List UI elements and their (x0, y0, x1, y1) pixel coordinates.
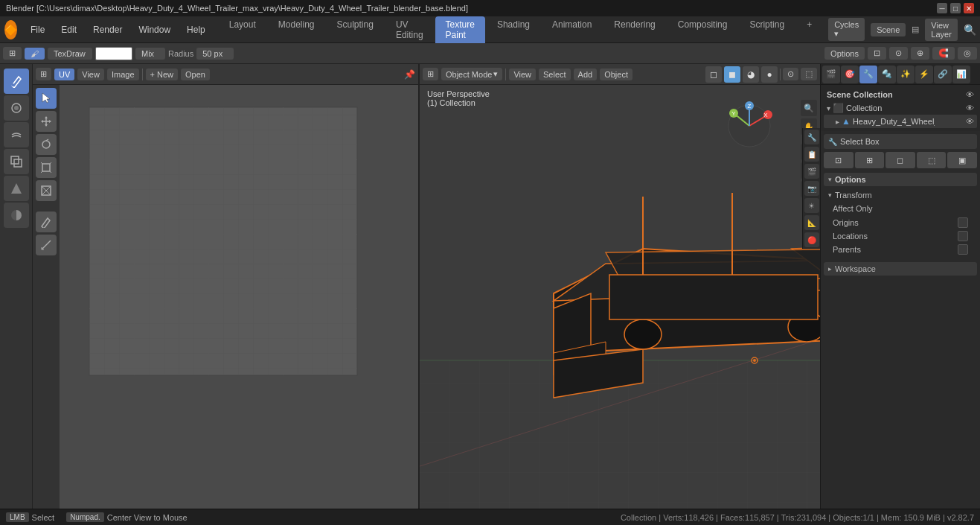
tab-layout[interactable]: Layout (219, 16, 266, 43)
xray-toggle[interactable]: ⬚ (801, 68, 817, 80)
view-layer-name[interactable]: View Layer (925, 19, 958, 41)
tab-sculpting[interactable]: Sculpting (327, 16, 384, 43)
menu-render[interactable]: Render (86, 22, 129, 37)
uv-image-menu[interactable]: Image (107, 69, 139, 80)
origins-checkbox[interactable] (958, 217, 968, 228)
solid-shading-icon[interactable]: ◼ (724, 66, 740, 83)
menu-help[interactable]: Help (179, 22, 213, 37)
options-header[interactable]: ▾ Options (824, 173, 977, 186)
menu-edit[interactable]: Edit (54, 22, 84, 37)
tab-data-icon[interactable]: 📊 (952, 66, 970, 83)
collection-eye[interactable]: 👁 (966, 104, 974, 112)
maximize-button[interactable]: □ (950, 3, 961, 13)
vert-icon-7[interactable]: 🔴 (804, 232, 819, 247)
uv-draw-tool[interactable] (36, 211, 57, 232)
uv-select-mode[interactable]: UV (54, 69, 74, 80)
tab-scripting[interactable]: Scripting (739, 16, 795, 43)
uv-open-button[interactable]: Open (181, 69, 210, 80)
tab-texture-paint[interactable]: Texture Paint (435, 16, 485, 43)
overlay-icon[interactable]: ⊙ (889, 47, 908, 60)
viewport-type-button[interactable]: ⊞ (3, 47, 22, 60)
uv-rotate-tool[interactable] (36, 134, 57, 155)
radius-value[interactable]: 50 px (196, 48, 234, 60)
tab-particles-icon[interactable]: ✨ (897, 66, 915, 83)
mode-btn-1[interactable]: ⊡ (824, 152, 854, 168)
uv-new-button[interactable]: + New (146, 69, 178, 80)
tab-scene-icon[interactable]: 🎬 (822, 66, 840, 83)
tab-modeling[interactable]: Modeling (268, 16, 325, 43)
minimize-button[interactable]: ─ (937, 3, 947, 13)
collection-row[interactable]: ▾ ⬛ Collection 👁 (824, 101, 977, 115)
viewport-type-icon-btn[interactable]: ⊞ (423, 68, 438, 80)
object-mode-dropdown[interactable]: Object Mode ▾ (441, 68, 502, 80)
viewport-gizmo[interactable]: X Y Z (723, 100, 775, 153)
fill-button[interactable] (4, 176, 29, 201)
wireframe-icon[interactable]: ◻ (705, 66, 722, 83)
material-preview-icon[interactable]: ◕ (743, 66, 759, 83)
mode-btn-3[interactable]: ◻ (885, 152, 915, 168)
menu-window[interactable]: Window (131, 22, 178, 37)
blender-logo[interactable]: 🔶 (4, 20, 17, 39)
scene-name[interactable]: Scene (871, 23, 906, 36)
tab-physics-icon[interactable]: ⚡ (915, 66, 933, 83)
mode-btn-4[interactable]: ⬚ (917, 152, 947, 168)
render-engine-select[interactable]: Cycles ▾ (828, 18, 865, 41)
object-row[interactable]: ▸ ▲ Heavy_Duty_4_Wheel_Tr 👁 (824, 115, 977, 128)
uv-cursor-tool[interactable] (36, 88, 57, 109)
color-swatch[interactable] (95, 47, 132, 60)
3d-viewport[interactable]: ⊞ Object Mode ▾ View Select Add Object ◻… (420, 64, 820, 509)
vert-icon-6[interactable]: 📐 (804, 215, 819, 230)
zoom-in-icon[interactable]: 🔍 (801, 100, 817, 116)
transform-header[interactable]: ▾ Transform (827, 189, 974, 201)
gizmo-icon[interactable]: ⊕ (911, 47, 929, 60)
vert-icon-2[interactable]: 📋 (804, 147, 819, 162)
close-button[interactable]: ✕ (964, 3, 974, 13)
vert-icon-5[interactable]: ☀ (804, 198, 819, 213)
mask-button[interactable] (4, 203, 29, 228)
uv-viewport-type[interactable]: ⊞ (36, 68, 51, 80)
locations-checkbox[interactable] (958, 231, 968, 241)
viewport-shading-icon[interactable]: ⊡ (868, 47, 886, 60)
uv-measure-tool[interactable] (36, 235, 57, 255)
tool-header[interactable]: 🔧 Select Box (824, 134, 977, 149)
scene-collection-eye[interactable]: 👁 (966, 90, 974, 99)
workspace-header[interactable]: ▸ Workspace (824, 262, 977, 276)
tab-add[interactable]: + (796, 16, 822, 43)
draw-brush-button[interactable] (4, 69, 29, 94)
view-menu[interactable]: View (509, 69, 536, 80)
select-menu[interactable]: Select (539, 69, 571, 80)
brush-mode-label[interactable]: TexDraw (48, 48, 92, 60)
menu-file[interactable]: File (23, 22, 52, 37)
mode-btn-5[interactable]: ▣ (947, 152, 977, 168)
tab-shading[interactable]: Shading (487, 16, 540, 43)
add-menu[interactable]: Add (574, 69, 598, 80)
smear-button[interactable] (4, 122, 29, 147)
options-button[interactable]: Options (824, 47, 865, 60)
uv-scale-tool[interactable] (36, 157, 57, 178)
tab-tool-icon[interactable]: 🔧 (859, 66, 877, 83)
overlay-toggle[interactable]: ⊙ (783, 68, 798, 80)
uv-pin-icon[interactable]: 📌 (404, 69, 415, 80)
blend-mode-select[interactable]: Mix (135, 48, 165, 60)
tab-rendering[interactable]: Rendering (603, 16, 665, 43)
tab-compositing[interactable]: Compositing (667, 16, 738, 43)
draw-tool-button[interactable]: 🖌 (25, 48, 45, 60)
snap-icon[interactable]: 🧲 (932, 47, 955, 60)
mode-btn-2[interactable]: ⊞ (855, 152, 885, 168)
soften-button[interactable] (4, 95, 29, 121)
vert-icon-3[interactable]: 🎬 (804, 164, 819, 179)
uv-view-menu[interactable]: View (77, 69, 104, 80)
tab-modifier-icon[interactable]: 🔩 (878, 66, 896, 83)
vert-icon-4[interactable]: 📷 (804, 181, 819, 196)
tab-uv-editing[interactable]: UV Editing (385, 16, 434, 43)
object-eye[interactable]: 👁 (966, 117, 974, 126)
scene-3d-area[interactable]: X Y Z 🔍 ✋ (420, 85, 820, 509)
tab-constraints-icon[interactable]: 🔗 (934, 66, 952, 83)
tab-animation[interactable]: Animation (542, 16, 602, 43)
vert-icon-1[interactable]: 🔧 (804, 130, 819, 144)
uv-canvas[interactable] (60, 85, 418, 509)
clone-button[interactable] (4, 149, 29, 174)
rendered-icon[interactable]: ● (761, 66, 778, 83)
parents-checkbox[interactable] (958, 244, 968, 255)
object-menu[interactable]: Object (600, 69, 632, 80)
